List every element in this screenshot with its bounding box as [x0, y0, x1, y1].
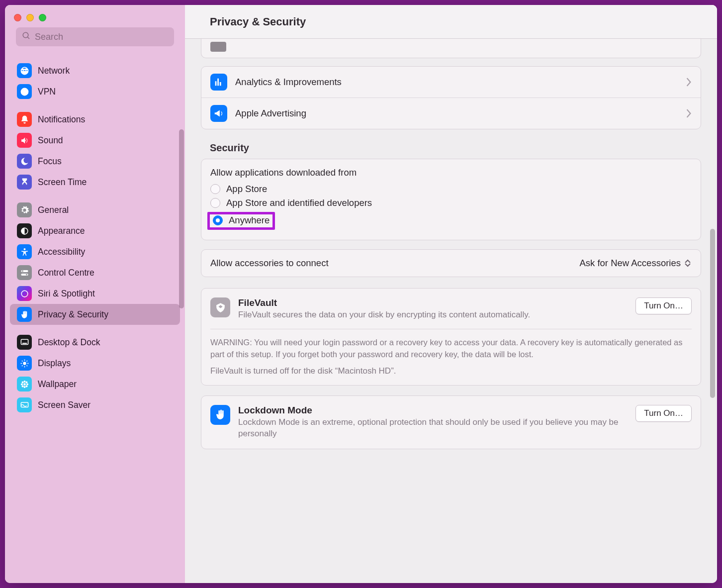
sidebar-scroll[interactable]: Network VPN Notifications Sound	[5, 53, 185, 583]
gear-icon	[17, 202, 32, 217]
divider	[210, 329, 692, 329]
row-label: Analytics & Improvements	[235, 77, 678, 88]
row-label: Apple Advertising	[235, 108, 678, 119]
accessories-value: Ask for New Accessories	[579, 258, 681, 269]
svg-point-24	[25, 381, 27, 383]
analytics-improvements-row[interactable]: Analytics & Improvements	[201, 67, 701, 98]
content-scroll[interactable]: Analytics & Improvements Apple Advertisi…	[185, 39, 717, 583]
sidebar-item-label: Network	[38, 66, 70, 76]
sidebar-item-screen-time[interactable]: Screen Time	[10, 172, 180, 193]
radio-button[interactable]	[210, 198, 220, 208]
svg-point-25	[21, 385, 23, 387]
sidebar-item-label: Screen Time	[38, 177, 87, 188]
hand-icon	[17, 307, 32, 322]
radio-identified-developers[interactable]: App Store and identified developers	[210, 196, 692, 210]
close-window-button[interactable]	[14, 14, 21, 21]
search-icon	[22, 31, 35, 42]
lockdown-turn-on-button[interactable]: Turn On…	[635, 405, 692, 422]
svg-rect-8	[22, 343, 27, 344]
screen-saver-icon	[17, 397, 32, 412]
sidebar-item-appearance[interactable]: Appearance	[10, 220, 180, 241]
apple-advertising-row[interactable]: Apple Advertising	[201, 98, 701, 129]
sidebar-item-siri-spotlight[interactable]: Siri & Spotlight	[10, 283, 180, 304]
sidebar-item-focus[interactable]: Focus	[10, 151, 180, 172]
sidebar-item-network[interactable]: Network	[10, 60, 180, 81]
svg-line-15	[26, 365, 27, 366]
svg-line-17	[21, 365, 22, 366]
sidebar-item-desktop-dock[interactable]: Desktop & Dock	[10, 332, 180, 353]
svg-line-16	[26, 360, 27, 361]
sidebar-item-displays[interactable]: Displays	[10, 353, 180, 374]
svg-point-4	[22, 270, 23, 272]
appearance-icon	[17, 223, 32, 238]
lockdown-title: Lockdown Mode	[238, 405, 628, 416]
zoom-window-button[interactable]	[39, 14, 46, 21]
svg-point-9	[23, 362, 26, 365]
search-input[interactable]	[35, 32, 168, 42]
sidebar-item-label: Siri & Spotlight	[38, 289, 95, 299]
privacy-links-card: Analytics & Improvements Apple Advertisi…	[201, 66, 701, 129]
svg-line-14	[21, 360, 22, 361]
main-panel: Privacy & Security Analytics & Improveme…	[185, 5, 717, 583]
security-section-title: Security	[210, 142, 701, 154]
analytics-icon	[210, 74, 227, 91]
sidebar-item-label: Sound	[38, 135, 63, 146]
sidebar-item-notifications[interactable]: Notifications	[10, 109, 180, 130]
radio-label: App Store and identified developers	[226, 197, 372, 208]
filevault-title: FileVault	[238, 297, 628, 308]
filevault-icon	[210, 297, 230, 317]
svg-point-20	[23, 386, 25, 388]
accessories-dropdown[interactable]: Ask for New Accessories	[579, 258, 692, 269]
radio-button[interactable]	[213, 215, 223, 225]
radio-label: App Store	[226, 184, 267, 195]
lockdown-desc: Lockdown Mode is an extreme, optional pr…	[238, 417, 628, 440]
sidebar-scrollbar[interactable]	[179, 129, 184, 308]
sidebar-item-label: Desktop & Dock	[38, 337, 100, 348]
sidebar-item-label: General	[38, 205, 69, 215]
chevron-up-down-icon	[684, 258, 692, 269]
sidebar-item-label: Notifications	[38, 114, 85, 125]
sidebar-item-sound[interactable]: Sound	[10, 130, 180, 151]
sidebar-item-label: Screen Saver	[38, 400, 90, 410]
window-controls	[5, 5, 185, 27]
minimise-window-button[interactable]	[26, 14, 34, 21]
content-scrollbar[interactable]	[710, 229, 715, 398]
sidebar: Network VPN Notifications Sound	[5, 5, 185, 583]
svg-point-6	[21, 291, 28, 297]
sidebar-item-label: Focus	[38, 156, 62, 167]
megaphone-icon	[210, 105, 227, 122]
globe-lock-icon	[17, 84, 32, 99]
radio-anywhere[interactable]: Anywhere	[213, 215, 270, 226]
filevault-card: FileVault FileVault secures the data on …	[201, 288, 701, 386]
sidebar-item-label: Privacy & Security	[38, 309, 108, 320]
svg-point-21	[20, 383, 22, 385]
partial-row-top[interactable]	[201, 39, 701, 58]
page-title: Privacy & Security	[210, 15, 306, 28]
radio-label: Anywhere	[229, 215, 270, 226]
svg-point-5	[26, 274, 27, 275]
svg-point-19	[23, 380, 25, 382]
siri-icon	[17, 286, 32, 301]
globe-icon	[17, 63, 32, 78]
accessories-row[interactable]: Allow accessories to connect Ask for New…	[201, 249, 701, 277]
sidebar-item-general[interactable]: General	[10, 199, 180, 220]
filevault-status: FileVault is turned off for the disk “Ma…	[210, 366, 692, 376]
hourglass-icon	[17, 175, 32, 190]
chevron-right-icon	[686, 109, 692, 118]
sidebar-item-vpn[interactable]: VPN	[10, 81, 180, 102]
sidebar-item-accessibility[interactable]: Accessibility	[10, 241, 180, 262]
sidebar-item-privacy-security[interactable]: Privacy & Security	[10, 304, 180, 325]
toggles-icon	[17, 265, 32, 280]
search-field[interactable]	[16, 27, 174, 46]
header: Privacy & Security	[185, 5, 717, 39]
svg-point-23	[21, 381, 23, 383]
highlight-annotation: Anywhere	[207, 212, 275, 230]
sidebar-item-screen-saver[interactable]: Screen Saver	[10, 394, 180, 415]
radio-button[interactable]	[210, 184, 220, 194]
svg-point-1	[23, 248, 25, 250]
sidebar-item-label: Wallpaper	[38, 379, 77, 390]
sidebar-item-control-centre[interactable]: Control Centre	[10, 262, 180, 283]
radio-app-store[interactable]: App Store	[210, 182, 692, 196]
sidebar-item-wallpaper[interactable]: Wallpaper	[10, 374, 180, 394]
filevault-turn-on-button[interactable]: Turn On…	[635, 297, 692, 314]
